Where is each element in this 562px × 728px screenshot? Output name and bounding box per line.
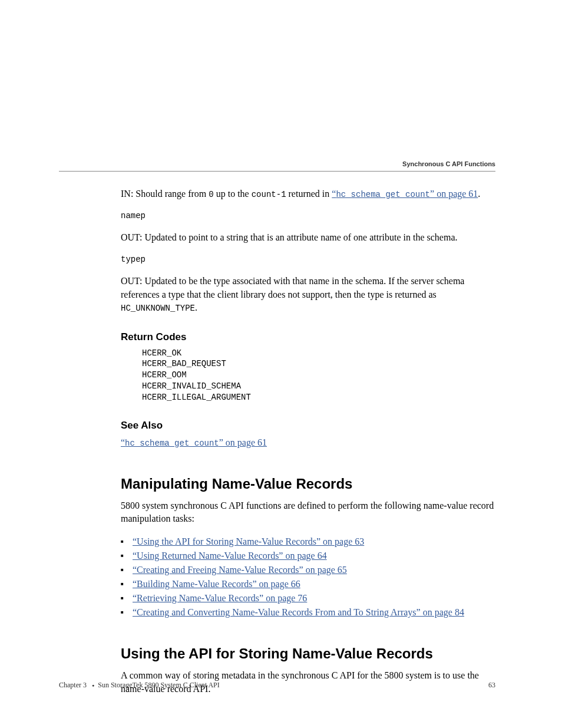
page: Synchronous C API Functions IN: Should r… <box>0 0 562 728</box>
list-item: “Retrieving Name-Value Records” on page … <box>121 591 495 605</box>
bullet-separator-icon: ● <box>92 683 94 688</box>
para-out-namep: OUT: Updated to point to a string that i… <box>121 231 495 244</box>
param-typep: typep <box>121 254 495 266</box>
heading-using-api-storing: Using the API for Storing Name-Value Rec… <box>121 645 495 662</box>
link-see-also-schema-get-count[interactable]: “hc_schema_get_count” on page 61 <box>121 437 267 447</box>
heading-return-codes: Return Codes <box>121 331 495 343</box>
link-tail: ” on page 61 <box>219 437 267 447</box>
list-item: “Using Returned Name-Value Records” on p… <box>121 549 495 563</box>
link-code: hc_schema_get_count <box>336 190 430 199</box>
list-item: “Creating and Freeing Name-Value Records… <box>121 563 495 577</box>
link-code: hc_schema_get_count <box>125 439 219 448</box>
heading-manipulating: Manipulating Name-Value Records <box>121 476 495 492</box>
footer-page-number: 63 <box>488 681 495 690</box>
list-item: “Creating and Converting Name-Value Reco… <box>121 605 495 620</box>
see-also-link-wrap: “hc_schema_get_count” on page 61 <box>121 436 495 450</box>
bullet-list: “Using the API for Storing Name-Value Re… <box>121 535 495 620</box>
list-item: “Using the API for Storing Name-Value Re… <box>121 535 495 549</box>
link-schema-get-count[interactable]: “hc_schema_get_count” on page 61 <box>332 189 478 199</box>
link-tail: ” on page 61 <box>430 189 478 199</box>
text: . <box>195 302 197 312</box>
link-retrieving[interactable]: “Retrieving Name-Value Records” on page … <box>133 593 307 603</box>
link-creating-freeing[interactable]: “Creating and Freeing Name-Value Records… <box>133 565 347 575</box>
text: . <box>478 189 480 199</box>
header-rule <box>59 171 495 172</box>
para-in: IN: Should range from 0 up to the count-… <box>121 187 495 201</box>
text: OUT: Updated to be the type associated w… <box>121 276 464 299</box>
running-head: Synchronous C API Functions <box>402 160 495 167</box>
code-countexpr: count-1 <box>252 190 286 199</box>
link-building[interactable]: “Building Name-Value Records” on page 66 <box>133 579 300 589</box>
code-unknown-type: HC_UNKNOWN_TYPE <box>121 304 195 313</box>
list-item: “Building Name-Value Records” on page 66 <box>121 577 495 591</box>
footer-title: Sun StorageTek 5800 System C Client API <box>98 681 220 689</box>
content-area: IN: Should range from 0 up to the count-… <box>121 187 495 705</box>
link-creating-converting[interactable]: “Creating and Converting Name-Value Reco… <box>133 607 464 617</box>
page-footer: Chapter 3 ●Sun StorageTek 5800 System C … <box>59 681 495 690</box>
text: up to the <box>214 189 252 199</box>
footer-chapter: Chapter 3 <box>59 681 88 689</box>
heading-see-also: See Also <box>121 420 495 431</box>
para-manip-intro: 5800 system synchronous C API functions … <box>121 499 495 526</box>
return-codes-block: HCERR_OK HCERR_BAD_REQUEST HCERR_OOM HCE… <box>142 348 495 403</box>
code-zero: 0 <box>209 190 213 199</box>
footer-left: Chapter 3 ●Sun StorageTek 5800 System C … <box>59 681 220 690</box>
para-out-typep: OUT: Updated to be the type associated w… <box>121 275 495 314</box>
param-namep: namep <box>121 210 495 222</box>
link-using-api-storing[interactable]: “Using the API for Storing Name-Value Re… <box>133 536 364 546</box>
text: returned in <box>286 189 332 199</box>
link-using-returned[interactable]: “Using Returned Name-Value Records” on p… <box>133 551 327 561</box>
text: IN: Should range from <box>121 189 209 199</box>
